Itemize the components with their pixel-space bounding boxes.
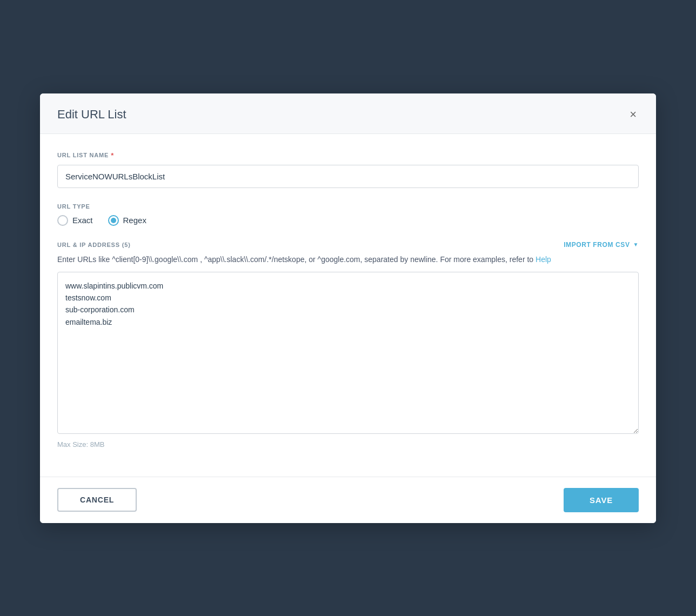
- url-type-label: URL TYPE: [57, 203, 639, 210]
- close-button[interactable]: ×: [627, 106, 639, 123]
- dialog-title: Edit URL List: [57, 108, 126, 122]
- radio-regex-option[interactable]: Regex: [108, 215, 146, 226]
- dialog-body: URL LIST NAME * URL TYPE Exact: [40, 134, 656, 477]
- url-ip-address-group: URL & IP ADDRESS (5) IMPORT FROM CSV ▼ E…: [57, 241, 639, 448]
- url-type-group: URL TYPE Exact Regex: [57, 203, 639, 226]
- radio-exact-option[interactable]: Exact: [57, 215, 93, 226]
- help-link[interactable]: Help: [536, 255, 551, 264]
- url-list-name-label: URL LIST NAME *: [57, 151, 639, 159]
- url-list-name-group: URL LIST NAME *: [57, 151, 639, 188]
- max-size-text: Max Size: 8MB: [57, 440, 639, 448]
- radio-exact-label: Exact: [72, 216, 93, 225]
- edit-url-list-dialog: Edit URL List × URL LIST NAME * URL TYPE: [40, 93, 656, 523]
- dialog-footer: CANCEL SAVE: [40, 477, 656, 523]
- radio-regex-input[interactable]: [108, 215, 119, 226]
- cancel-button[interactable]: CANCEL: [57, 488, 137, 512]
- import-csv-button[interactable]: IMPORT FROM CSV ▼: [564, 241, 639, 249]
- url-section-header: URL & IP ADDRESS (5) IMPORT FROM CSV ▼: [57, 241, 639, 249]
- url-address-label: URL & IP ADDRESS (5): [57, 242, 131, 248]
- radio-regex-label: Regex: [123, 216, 146, 225]
- chevron-down-icon: ▼: [633, 242, 639, 247]
- url-textarea[interactable]: www.slapintins.publicvm.com testsnow.com…: [57, 272, 639, 434]
- url-help-text: Enter URLs like ^client[0-9]\\.google\\.…: [57, 254, 639, 265]
- dialog-overlay: Edit URL List × URL LIST NAME * URL TYPE: [0, 0, 696, 616]
- required-star: *: [111, 151, 114, 159]
- dialog-header: Edit URL List ×: [40, 93, 656, 134]
- url-type-radio-group: Exact Regex: [57, 215, 639, 226]
- radio-exact-input[interactable]: [57, 215, 68, 226]
- url-list-name-input[interactable]: [57, 165, 639, 188]
- save-button[interactable]: SAVE: [564, 488, 639, 512]
